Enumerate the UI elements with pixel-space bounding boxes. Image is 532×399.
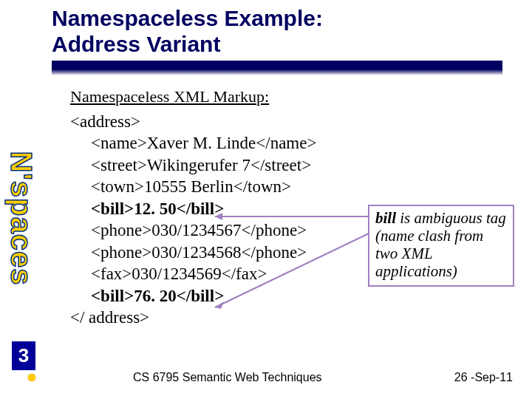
- footer-date: 26 -Sep-11: [454, 371, 513, 384]
- code-line-8: <fax>030/1234569</fax>: [91, 265, 267, 283]
- slide-title: Namespaceless Example: Address Variant: [52, 6, 495, 57]
- code-line-4: <town>10555 Berlin</town>: [91, 177, 291, 196]
- sidebar-text: N'spaces: [4, 151, 38, 285]
- annotation-keyword: bill: [375, 209, 396, 227]
- title-underline-bar: [52, 61, 502, 75]
- code-line-2: <name>Xaver M. Linde</name>: [91, 134, 316, 152]
- annotation-box: bill is ambiguous tag (name clash from t…: [368, 205, 514, 287]
- code-line-6: <phone>030/1234567</phone>: [91, 221, 307, 239]
- footer-bullet-icon: [28, 374, 35, 381]
- xml-code-block: <address> <name>Xaver M. Linde</name> <s…: [70, 111, 316, 328]
- code-line-1: <address>: [70, 112, 140, 131]
- footer-text: CS 6795 Semantic Web Techniques: [133, 371, 322, 384]
- code-line-10: </ address>: [70, 308, 149, 327]
- sidebar-label: N'spaces: [4, 126, 37, 310]
- code-line-5: <bill>12. 50</bill>: [91, 200, 224, 218]
- slide-number-badge: 3: [12, 341, 35, 370]
- code-line-7: <phone>030/1234568</phone>: [91, 243, 307, 262]
- title-line-1: Namespaceless Example:: [52, 6, 323, 30]
- slide: Namespaceless Example: Address Variant N…: [0, 0, 532, 399]
- code-line-9: <bill>76. 20</bill>: [91, 287, 224, 305]
- section-subheading: Namespaceless XML Markup:: [70, 87, 269, 106]
- code-line-3: <street>Wikingerufer 7</street>: [91, 156, 311, 174]
- title-line-2: Address Variant: [52, 32, 220, 56]
